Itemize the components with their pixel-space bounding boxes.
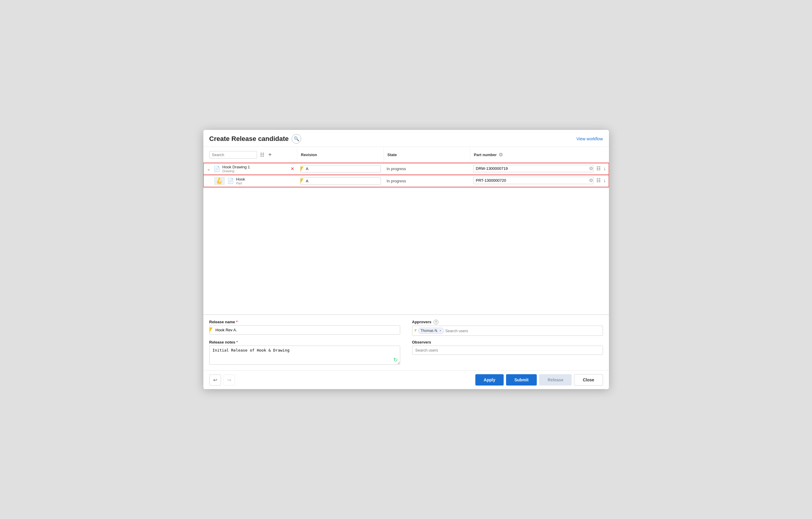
items-table-section: ☷ + Revision State Part number ⚙ [203,147,609,315]
view-workflow-link[interactable]: View workflow [576,136,603,141]
release-name-group: Release name * [209,320,400,336]
col-header-partnum: Part number ⚙ [470,147,609,163]
footer-right: Apply Submit Release Close [475,374,603,386]
remove-button[interactable]: ✕ [290,166,294,172]
item-label: Hook [236,177,245,181]
modal-footer: ↩ ↪ Apply Submit Release Close [203,370,609,389]
required-star: * [235,320,238,324]
partnum-cell: ⚙ ☷ ↓ [470,163,609,174]
download-icon[interactable]: ↓ [604,166,606,171]
release-notes-textarea[interactable]: Initial Release of Hook & Drawing [209,345,400,365]
revision-input[interactable] [303,165,380,172]
redo-icon: ↪ [227,377,231,383]
part-icon: 📄 [227,178,234,184]
partnum-input[interactable] [473,165,589,172]
release-button: Release [539,374,572,386]
list-icon[interactable]: ☷ [597,166,601,171]
col-header-state: State [384,147,470,163]
table-row: ⌄ 📄 Hook Drawing 1 Drawing ✕ [203,163,609,175]
partnum-col-label: Part number [474,153,497,157]
approver-remove-button[interactable]: × [439,329,441,333]
item-name-cell: 🪝 📄 Hook Part [203,175,297,187]
close-button[interactable]: Close [574,374,603,386]
item-label: Hook Drawing 1 [223,165,250,169]
col-header-name: ☷ + [203,147,297,163]
refresh-icon[interactable]: ↻ [393,357,398,363]
undo-button[interactable]: ↩ [209,374,221,386]
state-cell: In progress [384,175,470,187]
items-table: ☷ + Revision State Part number ⚙ [203,147,609,187]
modal-title: Create Release candidate [209,135,289,143]
partnum-gear-icon[interactable]: ⚙ [589,166,593,171]
release-name-label: Release name * [209,320,400,324]
observers-group: Observers [412,340,603,366]
footer-left: ↩ ↪ [209,374,235,386]
yellow-flag [300,166,303,171]
state-cell: In progress [384,163,470,175]
drawing-icon: 📄 [213,166,220,172]
help-icon[interactable]: ? [434,320,438,325]
approver-flag [415,329,417,332]
partnum-gear-icon[interactable]: ⚙ [589,178,593,183]
form-grid: Release name * Approvers ? Thomas N. [209,320,603,366]
list-icon[interactable]: ☷ [597,178,601,183]
approvers-input-wrap[interactable]: Thomas N. × [412,326,603,336]
observers-search-input[interactable] [412,345,603,355]
release-notes-label: Release notes * [209,340,400,344]
release-name-input[interactable] [213,326,400,334]
table-row: 🪝 📄 Hook Part [203,175,609,187]
partnum-input[interactable] [473,177,589,184]
title-area: Create Release candidate 🔍 [209,134,301,144]
search-input[interactable] [209,151,257,158]
revision-input[interactable] [303,178,380,184]
hook-thumbnail: 🪝 [214,177,225,185]
item-type: Part [236,181,245,185]
approver-tag: Thomas N. × [418,328,444,334]
observers-label: Observers [412,340,603,344]
table-header-row: ☷ + Revision State Part number ⚙ [203,147,609,163]
add-button[interactable]: + [267,151,273,158]
release-notes-group: Release notes * Initial Release of Hook … [209,340,400,366]
approvers-label: Approvers ? [412,320,603,325]
item-type: Drawing [223,169,250,173]
required-star: * [235,340,238,344]
search-circle-button[interactable]: 🔍 [292,134,301,144]
undo-icon: ↩ [213,377,217,383]
filter-icon: ☷ [260,152,264,157]
textarea-wrap: Initial Release of Hook & Drawing ↻ [209,345,400,366]
search-icon: 🔍 [294,136,299,142]
item-name-cell: ⌄ 📄 Hook Drawing 1 Drawing ✕ [203,163,297,175]
expand-button[interactable]: ⌄ [206,166,211,172]
approver-name: Thomas N. [421,329,438,333]
yellow-flag [210,328,213,332]
yellow-flag [300,179,303,183]
revision-cell [297,163,384,175]
partnum-gear-icon[interactable]: ⚙ [499,152,503,158]
bottom-form: Release name * Approvers ? Thomas N. [203,315,609,371]
hook-image: 🪝 [215,177,223,184]
modal-header: Create Release candidate 🔍 View workflow [203,130,609,147]
add-icon: + [268,151,272,158]
partnum-cell: ⚙ ☷ ↓ [470,175,609,186]
apply-button[interactable]: Apply [475,374,504,386]
approvers-group: Approvers ? Thomas N. × [412,320,603,336]
redo-button[interactable]: ↪ [223,374,235,386]
submit-button[interactable]: Submit [506,374,537,386]
revision-cell [297,175,384,187]
col-header-revision: Revision [297,147,384,163]
download-icon[interactable]: ↓ [604,178,606,183]
create-release-modal: Create Release candidate 🔍 View workflow… [203,130,609,389]
approvers-search-input[interactable] [445,328,600,334]
filter-button[interactable]: ☷ [259,151,265,158]
